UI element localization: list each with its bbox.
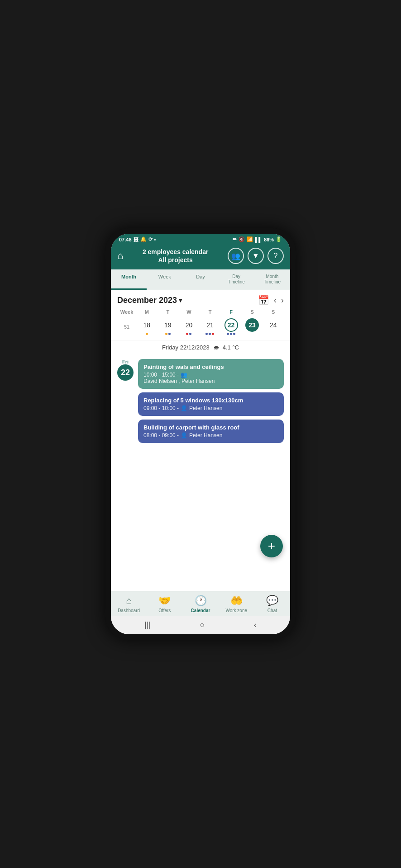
day-19-dots [165, 333, 171, 335]
dot [230, 333, 232, 335]
sys-recent-button[interactable]: ||| [144, 620, 151, 630]
weekday-s2: S [263, 309, 284, 315]
nav-offers[interactable]: 🤝 Offers [147, 595, 182, 613]
day-num: 22 [117, 364, 134, 381]
chat-icon: 💬 [266, 595, 278, 607]
event-painting-assignees: David Nielsen , Peter Hansen [143, 378, 278, 384]
day-20-number: 20 [182, 318, 196, 332]
day-18-number: 18 [140, 318, 153, 332]
prev-month-button[interactable]: ‹ [274, 296, 277, 305]
workzone-icon: 🤲 [230, 595, 243, 607]
week-number: 51 [117, 324, 136, 330]
calendar-nav: 📅 ‹ › [258, 295, 284, 306]
day-23[interactable]: 23 [242, 316, 263, 337]
day-20[interactable]: 20 [178, 316, 200, 337]
weekday-m: M [136, 309, 158, 315]
weekday-w: W [178, 309, 200, 315]
sys-back-button[interactable]: ‹ [254, 620, 257, 630]
view-tabs: Month Week Day DayTimeline MonthTimeline [111, 269, 290, 290]
photo-icon: 🖼 [134, 237, 138, 242]
weather-date: Friday 22/12/2023 [162, 344, 210, 351]
dot [146, 333, 148, 335]
tab-week[interactable]: Week [147, 269, 182, 290]
event-painting-time: 10:00 - 15:00 - 👥 [143, 372, 278, 378]
tab-month[interactable]: Month [111, 269, 147, 290]
day-21-number: 21 [203, 318, 217, 332]
day-19[interactable]: 19 [158, 316, 179, 337]
day-20-dots [186, 333, 191, 335]
nav-calendar-label: Calendar [191, 608, 210, 613]
day-19-number: 19 [161, 318, 175, 332]
weekday-s1: S [242, 309, 263, 315]
week-col-header: Week [117, 309, 136, 315]
nav-dashboard[interactable]: ⌂ Dashboard [111, 595, 147, 613]
day-21[interactable]: 21 [200, 316, 221, 337]
next-month-button[interactable]: › [281, 296, 284, 305]
weekday-t1: T [158, 309, 179, 315]
bottom-navigation: ⌂ Dashboard 🤝 Offers 🕐 Calendar 🤲 Work z… [111, 591, 290, 616]
weekdays-header: Week M T W T F S S [117, 309, 284, 315]
sys-home-button[interactable]: ○ [200, 620, 205, 630]
event-carport-time: 08:00 - 09:00 - 👤 Peter Hansen [143, 432, 278, 439]
nav-offers-label: Offers [158, 608, 171, 613]
nav-workzone[interactable]: 🤲 Work zone [219, 595, 254, 613]
offers-icon: 🤝 [158, 595, 171, 607]
dashboard-icon: ⌂ [126, 595, 132, 607]
day-22[interactable]: 22 [220, 316, 242, 337]
nav-dashboard-label: Dashboard [118, 608, 140, 613]
day-18[interactable]: 18 [136, 316, 158, 337]
weather-icon: 🌧 [213, 344, 219, 351]
calendar-picker-icon[interactable]: 📅 [258, 295, 269, 306]
event-windows-title: Replacing of 5 windows 130x130cm [143, 397, 278, 404]
dot [186, 333, 188, 335]
nav-chat[interactable]: 💬 Chat [254, 595, 290, 613]
dot-icon: • [154, 237, 156, 242]
header-title: 2 employees calendar All projects [127, 248, 224, 264]
calendar-header: December 2023 ▾ 📅 ‹ › [117, 295, 284, 306]
employees-button[interactable]: 👥 [228, 248, 244, 264]
dropdown-arrow-icon[interactable]: ▾ [179, 297, 182, 304]
status-bar: 07.48 🖼 🔔 ⟳ • ✏ 🔇 📶 ▌▌ 86% 🔋 [111, 234, 290, 244]
event-carport-title: Building of carport with glass roof [143, 424, 278, 431]
battery-icon: 🔋 [276, 236, 282, 242]
weekday-t2: T [200, 309, 221, 315]
day-24[interactable]: 24 [263, 316, 284, 337]
notification-icon: 🔔 [140, 236, 147, 242]
filter-button[interactable]: ▼ [248, 248, 264, 264]
day-23-number: 23 [245, 318, 259, 332]
event-painting[interactable]: Painting of wals and ceilings 10:00 - 15… [138, 359, 284, 389]
header-actions: 👥 ▼ ? [228, 248, 284, 264]
events-list: Painting of wals and ceilings 10:00 - 15… [138, 359, 284, 443]
week-row-51: 51 18 19 20 [117, 316, 284, 337]
dot [212, 333, 214, 335]
add-event-button[interactable]: + [260, 535, 283, 557]
sync-icon: ⟳ [148, 236, 153, 242]
day-22-dots [227, 333, 235, 335]
weekday-f: F [220, 309, 242, 315]
event-windows[interactable]: Replacing of 5 windows 130x130cm 09:00 -… [138, 392, 284, 416]
event-windows-time: 09:00 - 10:00 - 👤 Peter Hansen [143, 405, 278, 411]
help-button[interactable]: ? [267, 248, 284, 264]
weather-temp: 4.1 °C [223, 344, 239, 351]
mute-icon: 🔇 [239, 236, 245, 242]
home-button[interactable]: ⌂ [117, 250, 123, 262]
calendar-icon: 🕐 [195, 595, 207, 607]
tab-month-timeline[interactable]: MonthTimeline [254, 269, 290, 290]
nav-chat-label: Chat [267, 608, 277, 613]
tab-day[interactable]: Day [182, 269, 218, 290]
group-icon: 👥 [181, 372, 187, 378]
wifi-icon: 📶 [247, 236, 253, 242]
fab-spacer [111, 564, 290, 591]
event-painting-title: Painting of wals and ceilings [143, 363, 278, 370]
dot [209, 333, 211, 335]
day-row: Fri 22 Painting of wals and ceilings 10:… [117, 359, 284, 443]
dot [165, 333, 167, 335]
status-time: 07.48 [119, 237, 132, 242]
tab-day-timeline[interactable]: DayTimeline [219, 269, 254, 290]
event-carport[interactable]: Building of carport with glass roof 08:0… [138, 420, 284, 443]
day-18-dots [146, 333, 148, 335]
nav-calendar[interactable]: 🕐 Calendar [182, 595, 218, 613]
dot [189, 333, 191, 335]
day-24-number: 24 [267, 318, 280, 332]
day-21-dots [205, 333, 214, 335]
